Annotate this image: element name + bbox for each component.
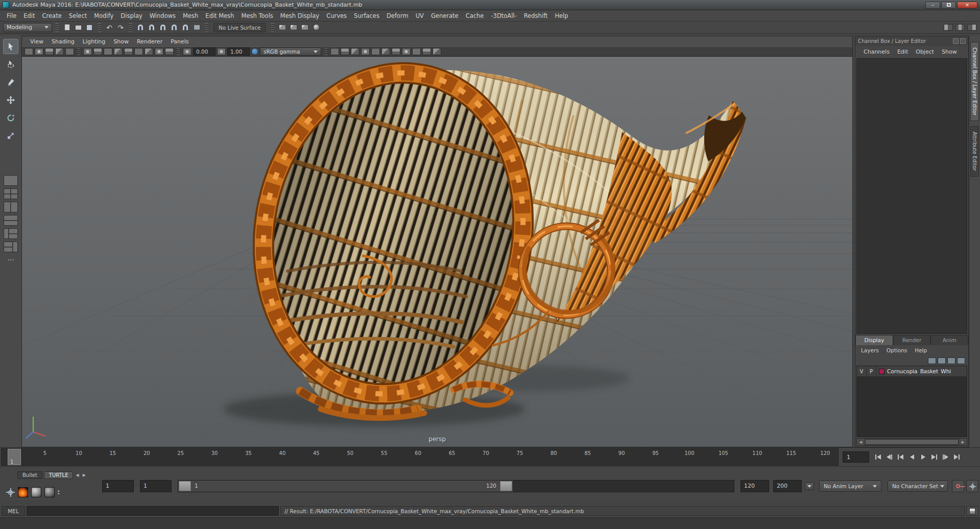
- shelf-prev-icon[interactable]: ◀: [75, 473, 80, 477]
- new-empty-layer-icon[interactable]: [947, 357, 955, 364]
- isolate-select-icon[interactable]: [422, 48, 431, 55]
- layout-two-pane-side-button[interactable]: [4, 202, 18, 212]
- sidebar-tab-channel-box[interactable]: Channel Box / Layer Editor: [970, 42, 979, 121]
- safe-title-icon[interactable]: [165, 48, 174, 55]
- field-chart-icon[interactable]: [145, 48, 153, 55]
- close-button[interactable]: ×: [957, 2, 977, 9]
- layer-editor-menu-item[interactable]: Help: [911, 347, 930, 353]
- close-panel-icon[interactable]: [960, 38, 966, 44]
- menu-item[interactable]: Mesh: [179, 12, 202, 19]
- scroll-right-icon[interactable]: ▶: [959, 439, 967, 445]
- menu-item[interactable]: -3DtoAll-: [487, 12, 520, 19]
- lock-camera-icon[interactable]: [35, 48, 43, 55]
- animation-end-field[interactable]: 200: [773, 480, 802, 492]
- layout-more-button[interactable]: ⋯: [8, 256, 14, 263]
- shelf-tab-bullet[interactable]: Bullet: [17, 471, 42, 479]
- panel-menu-item[interactable]: Shading: [47, 38, 79, 45]
- layer-playback-toggle[interactable]: P: [867, 366, 876, 377]
- camera-attributes-icon[interactable]: [45, 48, 54, 55]
- menu-item[interactable]: Display: [117, 12, 146, 19]
- menu-item[interactable]: Create: [39, 12, 65, 19]
- panel-menu-item[interactable]: View: [26, 38, 47, 45]
- auto-keyframe-toggle[interactable]: [952, 480, 964, 492]
- section-divider[interactable]: [271, 23, 274, 32]
- sidebar-tab-attribute-editor[interactable]: Attribute Editor: [970, 126, 979, 177]
- sidebar-tool-settings-icon[interactable]: [955, 22, 965, 33]
- snap-to-projected-center-icon[interactable]: [169, 22, 179, 33]
- layer-row[interactable]: V P Cornucopia_Basket_Whi: [857, 366, 967, 377]
- playback-start-field[interactable]: 1: [140, 480, 172, 492]
- menu-item[interactable]: Select: [65, 12, 90, 19]
- animation-preferences-button[interactable]: [966, 480, 978, 492]
- scrollbar-thumb[interactable]: [865, 439, 959, 445]
- move-layer-up-icon[interactable]: [928, 357, 936, 364]
- new-layer-from-selected-icon[interactable]: [957, 357, 965, 364]
- layout-three-pane-right-button[interactable]: [4, 228, 18, 239]
- menu-item[interactable]: Generate: [427, 12, 462, 19]
- menu-item[interactable]: UV: [412, 12, 427, 19]
- play-backwards-button[interactable]: [907, 452, 917, 462]
- layout-four-pane-button[interactable]: [4, 188, 18, 199]
- render-view-icon[interactable]: [277, 22, 288, 33]
- gamma-field[interactable]: 1.00: [227, 47, 250, 56]
- rotate-tool-button[interactable]: [3, 110, 18, 126]
- maximize-button[interactable]: [941, 2, 956, 9]
- layer-list-scrollbar[interactable]: ◀ ▶: [856, 438, 967, 446]
- command-line-input[interactable]: [27, 506, 279, 516]
- screen-space-ao-icon[interactable]: [381, 48, 390, 55]
- menu-item[interactable]: Redshift: [520, 12, 552, 19]
- layer-visibility-toggle[interactable]: V: [857, 366, 867, 377]
- move-tool-button[interactable]: [3, 92, 18, 108]
- image-plane-icon[interactable]: [65, 48, 74, 55]
- gate-mask-icon[interactable]: [134, 48, 143, 55]
- anim-layer-dropdown[interactable]: No Anim Layer: [819, 480, 881, 492]
- step-back-key-button[interactable]: [896, 452, 905, 462]
- menu-item[interactable]: Edit Mesh: [202, 12, 237, 19]
- sidebar-channel-box-icon[interactable]: [967, 22, 977, 33]
- snap-to-point-icon[interactable]: [158, 22, 168, 33]
- shelf-next-icon[interactable]: ▶: [82, 473, 87, 477]
- step-forward-frame-button[interactable]: [941, 452, 950, 462]
- film-gate-icon[interactable]: [114, 48, 123, 55]
- channel-box-menu-item[interactable]: Edit: [894, 49, 911, 55]
- menu-item[interactable]: Edit: [20, 12, 38, 19]
- lasso-tool-button[interactable]: [3, 57, 18, 72]
- material-sphere-swatch[interactable]: [31, 487, 41, 497]
- channel-box-menu-item[interactable]: Object: [913, 49, 937, 55]
- textured-icon[interactable]: [351, 48, 360, 55]
- command-line-language-toggle[interactable]: MEL: [2, 506, 25, 516]
- live-surface-button[interactable]: No Live Surface: [213, 23, 266, 32]
- shelf-tab-turtle[interactable]: TURTLE: [44, 471, 74, 479]
- resolution-gate-icon[interactable]: [124, 48, 133, 55]
- menu-item[interactable]: Mesh Tools: [238, 12, 277, 19]
- range-start-handle[interactable]: [179, 481, 191, 491]
- depth-of-field-icon[interactable]: [412, 48, 421, 55]
- scroll-left-icon[interactable]: ◀: [857, 439, 865, 445]
- paint-select-tool-button[interactable]: [3, 75, 18, 90]
- channel-box-menu-item[interactable]: Channels: [861, 49, 893, 55]
- layout-three-pane-left-button[interactable]: [4, 242, 18, 252]
- grease-pencil-icon[interactable]: [93, 48, 102, 55]
- channel-box-menu-item[interactable]: Show: [939, 49, 960, 55]
- open-scene-icon[interactable]: [73, 22, 83, 33]
- menu-item[interactable]: Help: [551, 12, 571, 19]
- layer-editor-tab[interactable]: Display: [855, 335, 893, 345]
- layer-editor-tab[interactable]: Render: [893, 335, 931, 345]
- select-tool-button[interactable]: [3, 39, 18, 54]
- new-scene-icon[interactable]: [62, 22, 72, 33]
- render-settings-icon[interactable]: [311, 22, 321, 33]
- make-live-icon[interactable]: [192, 22, 202, 33]
- two-d-pan-zoom-icon[interactable]: [83, 48, 92, 55]
- playback-range-bar[interactable]: 1 120: [178, 480, 513, 492]
- snap-to-curve-icon[interactable]: [147, 22, 157, 33]
- gamma-icon[interactable]: [217, 48, 226, 55]
- layer-color-swatch[interactable]: [879, 369, 885, 374]
- layout-single-pane-button[interactable]: [4, 175, 18, 186]
- playback-options-icon[interactable]: [805, 482, 814, 490]
- fire-material-swatch[interactable]: [18, 487, 28, 497]
- play-forwards-button[interactable]: [918, 452, 928, 462]
- title-bar[interactable]: Autodesk Maya 2016: E:\RABOTA\CONVERT\Co…: [0, 0, 980, 10]
- script-editor-icon[interactable]: [966, 506, 978, 516]
- x-ray-icon[interactable]: [433, 48, 441, 55]
- menu-item[interactable]: Mesh Display: [277, 12, 323, 19]
